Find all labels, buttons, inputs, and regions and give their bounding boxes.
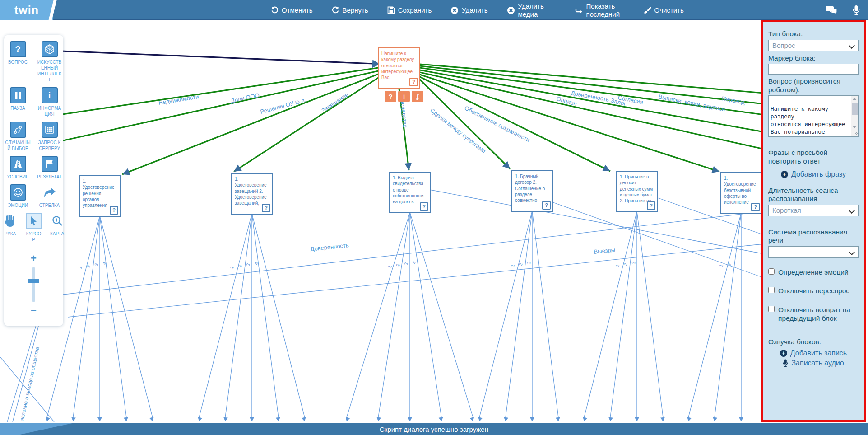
tool-ai[interactable]: ИСКУССТВЕННЫЙ ИНТЕЛЛЕКТ [37,41,63,83]
edge-arrowhead-icon [250,417,254,421]
microphone-icon[interactable] [853,5,860,16]
tool-cursor[interactable]: КУРСОР [25,213,43,243]
flow-edge [410,212,441,417]
edge-label: 1 [510,263,515,268]
question-badge[interactable]: ? [647,201,655,210]
block-marker-input[interactable] [768,64,859,75]
status-message: Скрипт диалога успешно загружен [380,426,488,433]
tool-server[interactable]: ЗАПРОС К СЕРВЕРУ [37,122,63,151]
edge-label: 1 [229,265,235,270]
flow-edge [252,214,279,417]
checkbox[interactable] [768,268,775,275]
scroll-down-icon [852,126,857,128]
edge-label: 1 [387,264,393,269]
chat-icon[interactable] [826,5,837,15]
brush-icon [643,6,651,14]
record-audio-button[interactable]: Записать аудио [768,359,859,367]
add-phrase-button[interactable]: + Добавить фразу [768,170,859,178]
edge-arrowhead-icon [346,417,350,421]
question-badge[interactable]: ? [110,206,118,215]
block-type-select[interactable]: Вопрос [768,40,859,51]
flow-node[interactable]: 1. Удостоверение решения органов управле… [79,175,121,217]
question-badge[interactable]: ? [542,201,551,210]
redo-button[interactable]: Вернуть [332,6,368,14]
flow-edge [252,214,305,417]
edge-arrowhead-icon [530,417,534,421]
resize-handle-icon[interactable] [853,131,858,136]
zoom-slider-handle[interactable] [28,279,39,283]
clear-button[interactable]: Очистить [643,6,684,14]
zoom-out-button[interactable]: − [31,306,37,316]
block-toolbox: ? ВОПРОС ИСКУССТВЕННЫЙ ИНТЕЛЛЕКТ ПАУЗА i… [4,35,63,326]
flow-edge [347,212,410,417]
delete-button[interactable]: Удалить [450,6,487,14]
question-textarea[interactable]: Напишите к какому разделу относится инте… [768,95,859,137]
tool-hand[interactable]: РУКА [1,213,19,237]
session-duration-select[interactable]: Короткая [768,205,859,216]
add-record-button[interactable]: + Добавить запись [768,349,859,357]
edge-arrowhead-icon [470,417,474,421]
scroll-up-icon [852,98,857,100]
flow-edge [122,74,378,174]
edge-label: 3 [526,261,532,265]
curved-arrow-icon [42,184,58,201]
tool-info[interactable]: i ИНФОРМАЦИЯ [37,87,63,117]
edge-arrowhead-icon [302,417,306,421]
tool-question[interactable]: ? ВОПРОС [5,41,31,65]
zoom-in-button[interactable]: + [31,253,37,263]
node-action-button[interactable]: i [398,91,410,102]
flow-edge [68,244,764,317]
question-badge[interactable]: ? [262,204,270,212]
tool-emotions[interactable]: ЭМОЦИИ [5,184,31,208]
flow-node[interactable]: 1. Принятие в депозит денежных сумм и це… [616,171,658,212]
edge-arrowhead-icon [608,417,613,421]
zoom-slider[interactable] [32,267,35,302]
edge-arrowhead-icon [46,417,50,421]
flow-node[interactable]: 1. Удостоверение завещаний 2. Удостовере… [231,173,273,215]
show-last-button[interactable]: Показать последний [575,2,624,18]
question-badge[interactable]: ? [420,202,428,211]
disable-return-checkbox[interactable]: Отключить возврат на предыдущий блок [768,305,859,323]
microphone-icon [783,359,788,367]
flow-node-central[interactable]: Напишите к какому разделу относится инте… [378,47,420,89]
status-bar: Скрипт диалога успешно загружен [0,423,868,435]
tool-pause[interactable]: ПАУЗА [5,87,31,111]
textarea-scrollbar[interactable] [851,96,858,136]
ai-hexagon-icon [42,41,58,57]
flow-edge [410,212,473,417]
tool-result[interactable]: РЕЗУЛЬТАТ [37,156,63,180]
flow-edge [100,216,126,417]
flow-node[interactable]: 1. Брачный договор 2. Соглашение о разде… [511,170,553,212]
road-icon [10,156,26,172]
asr-system-select[interactable] [768,246,859,258]
flow-node[interactable]: 1. Удостоверение безотзывной оферты во и… [720,172,762,214]
server-grid-icon [42,122,58,138]
pause-icon [10,87,26,103]
delete-media-button[interactable]: Удалить медиа [507,2,556,18]
checkbox[interactable] [768,287,775,293]
tool-condition[interactable]: УСЛОВИЕ [5,156,31,180]
question-badge[interactable]: ? [409,78,418,86]
hand-icon [2,213,19,229]
block-properties-panel: Тип блока: Вопрос Маркер блока: Вопрос (… [761,20,866,422]
flow-edge [378,212,410,417]
app-logo: twin [14,4,39,17]
flow-canvas[interactable]: ДоверенностьВыезды12341234123412312312яв… [0,0,868,435]
undo-button[interactable]: Отменить [271,6,313,14]
tool-random[interactable]: СЛУЧАЙНЫЙ ВЫБОР [5,122,31,151]
tool-map[interactable]: КАРТА [48,213,66,237]
question-badge[interactable]: ? [751,203,760,211]
save-button[interactable]: Сохранить [387,6,432,14]
node-action-button[interactable]: ? [385,91,396,102]
emotion-detection-checkbox[interactable]: Определение эмоций [768,268,859,276]
node-action-button[interactable]: ʄ [412,91,423,102]
tool-arrow[interactable]: СТРЕЛКА [37,184,63,208]
flow-edge [715,213,741,417]
checkbox[interactable] [768,306,775,312]
scrollbar-thumb[interactable] [852,103,858,115]
edge-label: Решения ОУ ю.л. [260,96,307,115]
logo-block[interactable]: twin [0,0,53,20]
edge-label: Выезды [594,246,616,255]
flow-node[interactable]: 1. Выдача свидетельства о праве собствен… [389,172,431,213]
disable-reask-checkbox[interactable]: Отключить переспрос [768,286,859,295]
